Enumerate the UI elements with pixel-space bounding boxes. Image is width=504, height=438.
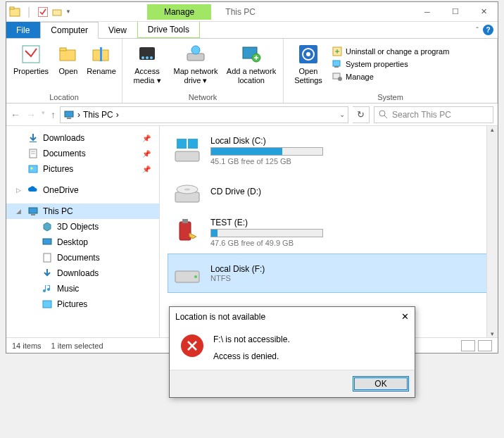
tree-onedrive[interactable]: ▷OneDrive	[6, 182, 159, 198]
svg-point-11	[146, 56, 149, 59]
svg-rect-3	[53, 10, 61, 15]
tree-desktop[interactable]: Desktop	[6, 234, 159, 250]
drive-c[interactable]: Local Disk (C:)45.1 GB free of 125 GB	[168, 132, 489, 170]
nav-tree: Downloads📌 Documents📌 Pictures📌 ▷OneDriv…	[6, 126, 160, 337]
properties-button[interactable]: Properties	[11, 43, 51, 76]
tab-drive-tools[interactable]: Drive Tools	[137, 22, 200, 38]
svg-rect-21	[333, 61, 340, 66]
back-button[interactable]: ←	[11, 109, 20, 120]
content-pane: Local Disk (C:)45.1 GB free of 125 GB CD…	[160, 126, 498, 337]
svg-rect-8	[100, 47, 102, 61]
qat-folder-icon[interactable]	[51, 6, 63, 18]
svg-rect-35	[29, 208, 37, 213]
view-icons-button[interactable]	[478, 340, 492, 351]
svg-point-12	[150, 56, 153, 59]
svg-point-24	[338, 77, 342, 81]
breadcrumb-sep2: ›	[116, 110, 119, 120]
window-title: This PC	[225, 7, 256, 17]
tree-pictures2[interactable]: Pictures	[6, 296, 159, 312]
svg-rect-38	[44, 254, 51, 262]
add-location-button[interactable]: Add a network location	[224, 43, 279, 85]
svg-rect-2	[39, 7, 48, 16]
thispc-icon	[63, 109, 75, 120]
svg-rect-4	[23, 46, 39, 63]
maximize-button[interactable]: ☐	[441, 3, 470, 21]
manage-contextual-tab[interactable]: Manage	[147, 4, 211, 20]
error-line2: Access is denied.	[213, 351, 290, 361]
qat-sep: |	[23, 6, 34, 18]
minimize-button[interactable]: ─	[413, 3, 441, 21]
tree-documents2[interactable]: Documents	[6, 250, 159, 265]
drive-d[interactable]: CD Drive (D:)	[168, 173, 489, 211]
svg-rect-46	[179, 222, 191, 240]
recent-dropdown[interactable]: ▾	[42, 109, 45, 120]
breadcrumb-thispc[interactable]: This PC	[83, 110, 113, 120]
dialog-close-button[interactable]: ✕	[401, 311, 409, 322]
tree-downloads[interactable]: Downloads📌	[6, 130, 159, 146]
svg-rect-26	[67, 118, 71, 119]
tree-pictures[interactable]: Pictures📌	[6, 161, 159, 177]
forward-button[interactable]: →	[26, 109, 36, 120]
up-button[interactable]: ↑	[51, 109, 56, 120]
tree-downloads2[interactable]: Downloads	[6, 265, 159, 281]
tree-documents[interactable]: Documents📌	[6, 146, 159, 161]
app-icon	[9, 6, 20, 18]
open-button[interactable]: Open	[54, 43, 82, 76]
ribbon: Properties Open Rename Location Access m…	[6, 39, 498, 104]
refresh-button[interactable]: ↻	[353, 106, 370, 123]
uninstall-link[interactable]: Uninstall or change a program	[332, 46, 449, 57]
collapse-icon[interactable]: ◢	[16, 208, 21, 215]
tree-music[interactable]: Music	[6, 281, 159, 296]
access-media-button[interactable]: Access media ▾	[127, 43, 168, 85]
checkbox-icon[interactable]	[37, 6, 49, 18]
expand-icon[interactable]: ▷	[16, 187, 21, 194]
tab-file[interactable]: File	[6, 22, 40, 38]
search-box[interactable]: Search This PC	[374, 106, 493, 123]
rename-button[interactable]: Rename	[85, 43, 118, 76]
close-button[interactable]: ✕	[470, 3, 498, 21]
pin-icon: 📌	[142, 165, 151, 173]
titlebar: | ▼ Manage This PC ─ ☐ ✕	[6, 2, 498, 22]
drive-e[interactable]: TEST (E:)47.6 GB free of 49.9 GB	[168, 213, 489, 251]
tree-thispc[interactable]: ◢This PC	[6, 204, 159, 219]
tab-computer[interactable]: Computer	[40, 22, 99, 39]
svg-point-49	[194, 275, 197, 278]
nav-bar: ← → ▾ ↑ › This PC › ⌄ ↻ Search This PC	[6, 104, 498, 126]
map-drive-button[interactable]: Map network drive ▾	[170, 43, 221, 85]
svg-point-34	[31, 168, 33, 170]
system-properties-link[interactable]: System properties	[332, 58, 449, 70]
svg-rect-25	[65, 111, 73, 117]
dialog-title: Location is not available	[175, 312, 265, 322]
svg-rect-5	[60, 50, 75, 61]
qat-dropdown-icon[interactable]: ▼	[65, 8, 71, 15]
svg-rect-22	[334, 66, 339, 68]
svg-rect-36	[31, 214, 35, 215]
svg-rect-6	[60, 48, 66, 51]
help-icon[interactable]: ?	[483, 25, 493, 35]
group-system-label: System	[288, 92, 493, 103]
breadcrumb-sep: ›	[77, 110, 80, 120]
group-location-label: Location	[11, 92, 118, 103]
svg-point-27	[379, 111, 385, 116]
quick-access-toolbar: | ▼	[6, 6, 74, 18]
view-details-button[interactable]	[461, 340, 475, 351]
search-placeholder: Search This PC	[392, 110, 451, 120]
address-dropdown-icon[interactable]: ⌄	[339, 111, 345, 118]
svg-point-45	[184, 189, 190, 191]
ribbon-collapse-icon[interactable]: ˆ	[476, 26, 479, 35]
svg-line-28	[384, 115, 387, 118]
ok-button[interactable]: OK	[353, 376, 409, 392]
svg-rect-29	[30, 142, 37, 142]
address-bar[interactable]: › This PC › ⌄	[60, 106, 348, 123]
svg-rect-39	[43, 301, 51, 308]
tree-3dobjects[interactable]: 3D Objects	[6, 219, 159, 234]
pin-icon: 📌	[142, 150, 151, 158]
manage-link[interactable]: Manage	[332, 71, 449, 82]
scrollbar[interactable]	[486, 126, 498, 337]
tab-view[interactable]: View	[99, 22, 137, 38]
error-icon	[181, 334, 203, 357]
pin-icon: 📌	[142, 134, 151, 142]
drive-f[interactable]: Local Disk (F:)NTFS	[168, 254, 489, 292]
svg-rect-47	[182, 219, 188, 223]
open-settings-button[interactable]: Open Settings	[288, 43, 329, 85]
